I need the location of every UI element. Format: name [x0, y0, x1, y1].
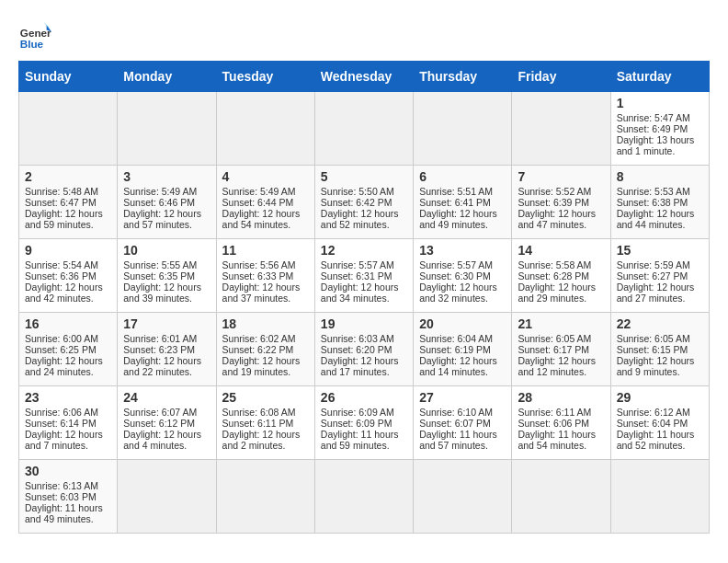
calendar-cell [512, 460, 610, 534]
sunset: Sunset: 6:49 PM [617, 123, 688, 134]
calendar-cell: 14Sunrise: 5:58 AMSunset: 6:28 PMDayligh… [512, 239, 610, 313]
sunset: Sunset: 6:35 PM [123, 270, 195, 282]
sunrise: Sunrise: 6:11 AM [518, 407, 591, 418]
weekday-header-row: SundayMondayTuesdayWednesdayThursdayFrid… [19, 62, 710, 92]
sunset: Sunset: 6:17 PM [518, 344, 589, 355]
sunset: Sunset: 6:44 PM [222, 197, 294, 208]
calendar-table: SundayMondayTuesdayWednesdayThursdayFrid… [18, 61, 710, 534]
week-row-3: 9Sunrise: 5:54 AMSunset: 6:36 PMDaylight… [19, 239, 710, 313]
sunrise: Sunrise: 5:47 AM [617, 112, 690, 123]
day-number: 28 [518, 390, 604, 405]
sunset: Sunset: 6:41 PM [419, 197, 491, 208]
daylight: Daylight: 12 hours and 49 minutes. [419, 208, 497, 230]
calendar-cell: 19Sunrise: 6:03 AMSunset: 6:20 PMDayligh… [314, 313, 413, 386]
sunset: Sunset: 6:12 PM [123, 418, 195, 429]
sunset: Sunset: 6:06 PM [518, 418, 589, 429]
sunset: Sunset: 6:47 PM [25, 197, 97, 208]
sunrise: Sunrise: 6:09 AM [321, 407, 394, 418]
calendar-cell: 16Sunrise: 6:00 AMSunset: 6:25 PMDayligh… [19, 313, 118, 386]
calendar-cell: 7Sunrise: 5:52 AMSunset: 6:39 PMDaylight… [512, 166, 610, 239]
daylight: Daylight: 12 hours and 7 minutes. [25, 429, 103, 451]
sunset: Sunset: 6:09 PM [321, 418, 392, 429]
day-number: 3 [123, 169, 210, 184]
sunset: Sunset: 6:36 PM [25, 270, 97, 282]
calendar-cell: 29Sunrise: 6:12 AMSunset: 6:04 PMDayligh… [610, 386, 709, 460]
sunrise: Sunrise: 5:48 AM [25, 186, 98, 197]
sunset: Sunset: 6:28 PM [518, 270, 589, 282]
day-number: 9 [25, 243, 111, 258]
day-number: 20 [419, 316, 506, 331]
sunset: Sunset: 6:33 PM [222, 270, 294, 282]
calendar-cell [216, 92, 314, 166]
calendar-cell: 23Sunrise: 6:06 AMSunset: 6:14 PMDayligh… [19, 386, 118, 460]
day-number: 8 [617, 169, 703, 184]
daylight: Daylight: 11 hours and 52 minutes. [617, 429, 695, 451]
calendar-cell: 15Sunrise: 5:59 AMSunset: 6:27 PMDayligh… [610, 239, 709, 313]
sunrise: Sunrise: 5:51 AM [419, 186, 493, 197]
day-number: 23 [25, 390, 111, 405]
sunrise: Sunrise: 5:49 AM [123, 186, 197, 197]
day-number: 18 [222, 316, 309, 331]
calendar-cell: 26Sunrise: 6:09 AMSunset: 6:09 PMDayligh… [314, 386, 413, 460]
sunset: Sunset: 6:14 PM [25, 418, 97, 429]
calendar-cell: 1Sunrise: 5:47 AMSunset: 6:49 PMDaylight… [610, 92, 709, 166]
sunrise: Sunrise: 6:08 AM [222, 407, 296, 418]
day-number: 2 [25, 169, 111, 184]
calendar-cell: 8Sunrise: 5:53 AMSunset: 6:38 PMDaylight… [610, 166, 709, 239]
sunrise: Sunrise: 5:56 AM [222, 259, 296, 270]
day-number: 1 [617, 96, 703, 110]
day-number: 17 [123, 316, 210, 331]
page-header: General Blue [18, 18, 710, 52]
daylight: Daylight: 12 hours and 47 minutes. [518, 208, 596, 230]
sunrise: Sunrise: 5:55 AM [123, 259, 197, 270]
calendar-cell: 22Sunrise: 6:05 AMSunset: 6:15 PMDayligh… [610, 313, 709, 386]
sunset: Sunset: 6:27 PM [617, 270, 688, 282]
sunrise: Sunrise: 6:05 AM [518, 333, 591, 344]
calendar-cell: 18Sunrise: 6:02 AMSunset: 6:22 PMDayligh… [216, 313, 314, 386]
daylight: Daylight: 11 hours and 59 minutes. [321, 429, 399, 451]
sunset: Sunset: 6:42 PM [321, 197, 392, 208]
calendar-cell: 30Sunrise: 6:13 AMSunset: 6:03 PMDayligh… [19, 460, 118, 534]
daylight: Daylight: 12 hours and 19 minutes. [222, 355, 301, 377]
weekday-header-friday: Friday [512, 62, 610, 92]
calendar-cell [610, 460, 709, 534]
calendar-cell: 17Sunrise: 6:01 AMSunset: 6:23 PMDayligh… [118, 313, 216, 386]
sunset: Sunset: 6:07 PM [419, 418, 491, 429]
sunrise: Sunrise: 5:58 AM [518, 259, 591, 270]
week-row-2: 2Sunrise: 5:48 AMSunset: 6:47 PMDaylight… [19, 166, 710, 239]
sunrise: Sunrise: 5:57 AM [419, 259, 493, 270]
week-row-6: 30Sunrise: 6:13 AMSunset: 6:03 PMDayligh… [19, 460, 710, 534]
sunset: Sunset: 6:38 PM [617, 197, 688, 208]
daylight: Daylight: 12 hours and 17 minutes. [321, 355, 399, 377]
day-number: 27 [419, 390, 506, 405]
sunrise: Sunrise: 5:59 AM [617, 259, 690, 270]
daylight: Daylight: 12 hours and 42 minutes. [25, 282, 103, 304]
day-number: 15 [617, 243, 703, 258]
daylight: Daylight: 12 hours and 4 minutes. [123, 429, 201, 451]
daylight: Daylight: 12 hours and 44 minutes. [617, 208, 695, 230]
sunrise: Sunrise: 5:52 AM [518, 186, 591, 197]
sunrise: Sunrise: 5:53 AM [617, 186, 690, 197]
calendar-cell: 3Sunrise: 5:49 AMSunset: 6:46 PMDaylight… [118, 166, 216, 239]
weekday-header-wednesday: Wednesday [314, 62, 413, 92]
calendar-cell [19, 92, 118, 166]
sunrise: Sunrise: 6:12 AM [617, 407, 690, 418]
day-number: 5 [321, 169, 407, 184]
week-row-1: 1Sunrise: 5:47 AMSunset: 6:49 PMDaylight… [19, 92, 710, 166]
sunset: Sunset: 6:11 PM [222, 418, 294, 429]
calendar-cell: 5Sunrise: 5:50 AMSunset: 6:42 PMDaylight… [314, 166, 413, 239]
sunrise: Sunrise: 6:03 AM [321, 333, 394, 344]
sunset: Sunset: 6:39 PM [518, 197, 589, 208]
day-number: 7 [518, 169, 604, 184]
day-number: 11 [222, 243, 309, 258]
daylight: Daylight: 11 hours and 57 minutes. [419, 429, 497, 451]
sunset: Sunset: 6:15 PM [617, 344, 688, 355]
daylight: Daylight: 12 hours and 14 minutes. [419, 355, 497, 377]
calendar-cell [118, 92, 216, 166]
calendar-cell: 9Sunrise: 5:54 AMSunset: 6:36 PMDaylight… [19, 239, 118, 313]
sunrise: Sunrise: 5:49 AM [222, 186, 296, 197]
calendar-cell: 20Sunrise: 6:04 AMSunset: 6:19 PMDayligh… [414, 313, 512, 386]
sunset: Sunset: 6:25 PM [25, 344, 97, 355]
day-number: 21 [518, 316, 604, 331]
calendar-cell: 6Sunrise: 5:51 AMSunset: 6:41 PMDaylight… [414, 166, 512, 239]
